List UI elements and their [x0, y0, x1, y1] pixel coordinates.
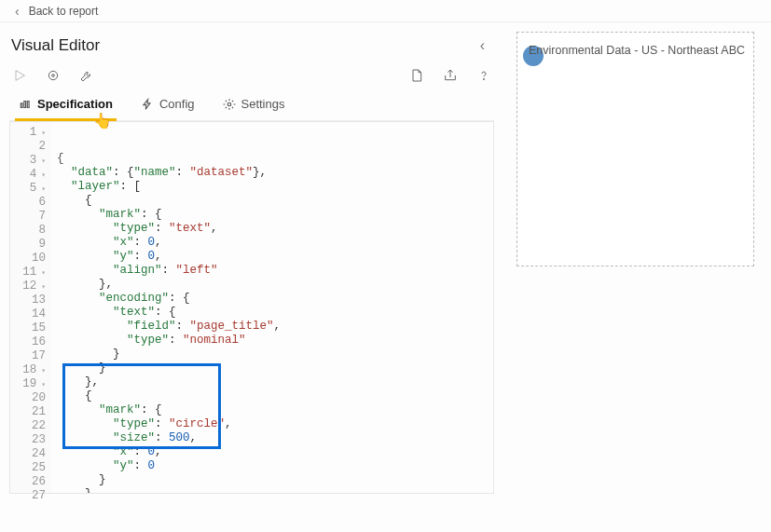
gutter-line: 20 [10, 391, 51, 405]
wrench-icon[interactable] [78, 67, 95, 84]
gutter-line: 19 [10, 377, 51, 391]
back-to-report-link[interactable]: Back to report [29, 5, 99, 18]
gutter-line: 3 [10, 154, 51, 168]
bars-icon [19, 98, 32, 111]
code-line[interactable]: "text": { [57, 306, 493, 320]
gutter-line: 22 [10, 419, 51, 433]
tab-config[interactable]: Config [137, 91, 199, 121]
code-editor[interactable]: 1234567891011121314151617181920212223242… [9, 121, 494, 494]
svg-point-0 [48, 71, 57, 79]
gutter-line: 24 [10, 447, 51, 461]
help-icon[interactable] [475, 67, 492, 84]
gutter-line: 7 [10, 210, 51, 224]
gutter-line: 15 [10, 321, 51, 335]
collapse-chevron-icon[interactable]: ‹ [473, 34, 492, 58]
code-line[interactable]: "mark": { [57, 208, 493, 222]
gutter-line: 6 [10, 196, 51, 210]
bolt-icon [141, 98, 154, 111]
new-doc-icon[interactable] [408, 67, 425, 84]
code-area[interactable]: { "data": {"name": "dataset"}, "layer": … [51, 122, 493, 493]
code-line[interactable]: } [57, 487, 493, 493]
code-line[interactable]: }, [57, 375, 493, 389]
preview-text: Environmental Data - US - Northeast ABC [529, 44, 745, 57]
gutter-line: 14 [10, 307, 51, 321]
gear-icon [223, 98, 236, 111]
gutter-line: 1 [10, 126, 51, 140]
code-line[interactable]: } [57, 361, 493, 375]
code-line[interactable]: } [57, 348, 493, 361]
gutter-line: 26 [10, 475, 51, 489]
page-title: Visual Editor [11, 36, 100, 55]
play-icon[interactable] [11, 67, 28, 84]
visual-preview: Environmental Data - US - Northeast ABC [516, 32, 754, 266]
code-line[interactable]: { [57, 194, 493, 208]
main-content: Visual Editor ‹ 👆 SpecificationConfigSet… [0, 22, 771, 532]
gutter-line: 2 [10, 140, 51, 154]
editor-tabs: SpecificationConfigSettings [9, 91, 494, 121]
gutter-line: 23 [10, 433, 51, 447]
gutter-line: 12 [10, 280, 51, 293]
back-chevron-icon[interactable]: ‹ [15, 4, 20, 19]
code-line[interactable]: "x": 0, [57, 236, 493, 250]
code-line[interactable]: "mark": { [57, 403, 493, 417]
code-line[interactable]: }, [57, 278, 493, 292]
gutter-line: 21 [10, 405, 51, 419]
code-line[interactable]: "y": 0, [57, 250, 493, 264]
preview-pane: Environmental Data - US - Northeast ABC [503, 22, 771, 532]
code-line[interactable]: "x": 0, [57, 445, 493, 459]
gutter-line: 16 [10, 335, 51, 349]
gutter-line: 5 [10, 182, 51, 196]
gutter-line: 13 [10, 293, 51, 307]
share-icon[interactable] [442, 67, 459, 84]
code-line[interactable]: "size": 500, [57, 431, 493, 445]
code-line[interactable]: { [57, 152, 493, 166]
target-icon[interactable] [45, 67, 62, 84]
code-line[interactable]: "align": "left" [57, 264, 493, 278]
svg-point-1 [52, 75, 55, 77]
toolbar [9, 67, 494, 91]
code-line[interactable]: { [57, 389, 493, 403]
code-line[interactable]: "type": "circle", [57, 417, 493, 431]
top-bar: ‹ Back to report [0, 0, 771, 22]
code-line[interactable]: } [57, 473, 493, 487]
tab-label: Specification [37, 97, 113, 111]
code-line[interactable]: "encoding": { [57, 292, 493, 306]
code-line[interactable]: "data": {"name": "dataset"}, [57, 166, 493, 180]
gutter-line: 25 [10, 461, 51, 475]
code-line[interactable]: "field": "page_title", [57, 320, 493, 334]
gutter-line: 9 [10, 238, 51, 252]
gutter-line: 11 [10, 266, 51, 280]
tab-settings[interactable]: Settings [219, 91, 289, 121]
gutter-line: 10 [10, 252, 51, 266]
gutter-line: 17 [10, 349, 51, 363]
gutter-line: 27 [10, 489, 51, 503]
code-line[interactable]: "y": 0 [57, 459, 493, 473]
code-line[interactable]: "layer": [ [57, 180, 493, 194]
gutter-line: 18 [10, 363, 51, 377]
line-gutter: 1234567891011121314151617181920212223242… [10, 122, 51, 493]
gutter-line: 8 [10, 224, 51, 238]
editor-pane: Visual Editor ‹ 👆 SpecificationConfigSet… [0, 22, 503, 532]
tab-label: Config [159, 97, 195, 111]
tab-specification[interactable]: Specification [15, 91, 117, 121]
title-row: Visual Editor ‹ [9, 30, 494, 67]
gutter-line: 4 [10, 168, 51, 182]
code-line[interactable]: "type": "text", [57, 222, 493, 236]
svg-point-2 [483, 78, 484, 79]
svg-point-3 [227, 102, 231, 106]
tab-label: Settings [241, 97, 285, 111]
code-line[interactable]: "type": "nominal" [57, 334, 493, 348]
